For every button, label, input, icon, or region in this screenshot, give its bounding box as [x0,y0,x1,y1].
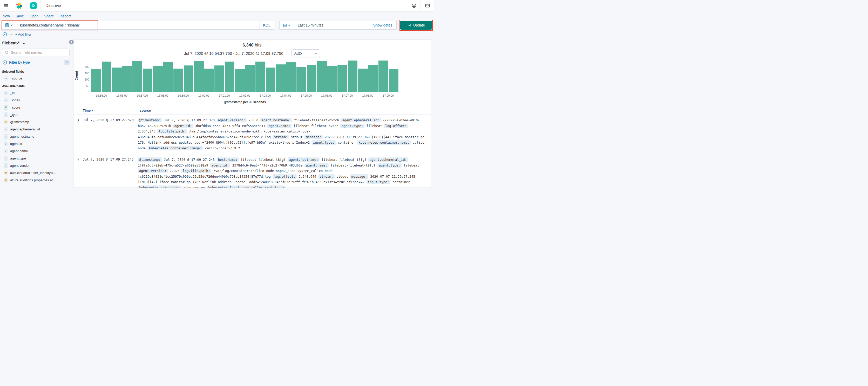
histogram-bar[interactable] [297,67,306,92]
number-field-icon: # [4,105,8,110]
histogram-bar[interactable] [143,68,153,92]
filter-icon[interactable] [3,32,7,37]
current-time-marker [399,60,399,92]
histogram-bar[interactable] [307,65,317,92]
source-field-value: filebeat-filebeat-bvzch [294,118,339,122]
histogram-bar[interactable] [122,66,132,92]
histogram-bar[interactable] [163,62,173,92]
histogram-bar[interactable] [286,62,296,92]
histogram-bar[interactable] [245,65,255,92]
field-item[interactable]: t agent.ephemeral_id [2,125,69,133]
histogram-bar[interactable] [225,62,235,92]
field-item[interactable]: t _type [2,111,69,118]
histogram-bars [91,60,398,92]
row-timestamp: Jul 7, 2020 @ 17:09:27.245 [83,157,138,188]
source-field-value: Jul 7, 2020 @ 17:09:27.245 [164,158,215,161]
nav-inspect[interactable]: Inspect [60,14,71,18]
histogram-bar[interactable] [317,61,327,92]
field-item[interactable]: @timestamp [2,118,69,125]
toolbar-region: New Save Open Share Inspect kubernetes.c… [0,11,434,39]
histogram-bar[interactable] [337,65,347,92]
text-field-icon: t [4,127,8,131]
text-field-icon: t [4,164,8,168]
search-field-names-input[interactable] [11,50,67,55]
hits-label: hits [255,42,261,48]
filter-icon [3,60,7,65]
x-tick-label: 16:56:00 [116,94,127,97]
source-field-key: input.type: [312,140,336,145]
row-source: @timestamp: Jul 7, 2020 @ 17:09:27.370 a… [138,117,431,151]
x-tick-label: 17:03:00 [260,94,271,97]
help-button[interactable] [407,0,421,11]
field-item[interactable]: </> _source [2,75,69,82]
row-source: @timestamp: Jul 7, 2020 @ 17:09:27.245 h… [138,157,431,188]
histogram-bar[interactable] [91,69,101,92]
time-column-header[interactable]: Time ▾ [73,109,138,113]
nav-save[interactable]: Save [16,14,24,18]
histogram-bar[interactable] [153,66,163,92]
histogram-bar[interactable] [389,69,399,92]
field-item[interactable]: aws.cloudtrail.user_identity.s... [2,169,69,176]
source-field-key: input.type: [367,180,391,184]
saved-query-menu-button[interactable] [2,21,16,29]
table-row: Jul 7, 2020 @ 17:09:27.370 @timestamp: J… [73,115,431,154]
histogram-bar[interactable] [348,61,358,92]
field-item[interactable]: t agent.hostname [2,133,69,140]
index-pattern-switcher[interactable]: filebeat-* [2,39,69,49]
source-field-key: @timestamp: [138,118,162,122]
time-range-display[interactable]: Last 15 minutes [294,21,373,29]
source-field-key: log.file.path: [157,129,187,133]
x-axis-title: @timestamp per 30 seconds [91,100,398,104]
filter-by-type-button[interactable]: Filter by type [9,60,62,64]
histogram-bar[interactable] [255,62,265,92]
collapse-sidebar-button[interactable] [69,40,74,44]
histogram-bar[interactable] [174,68,183,92]
histogram-bar[interactable] [327,66,337,92]
update-button[interactable]: Update [400,21,432,30]
x-tick-label: 16:57:00 [137,94,148,97]
field-item[interactable]: t agent.version [2,162,69,169]
app-icon-cell[interactable]: D [27,0,41,11]
source-field-value: Jul 7, 2020 @ 17:09:27.370 [164,118,215,122]
query-input[interactable]: kubernetes.container.name : "kibana" [16,21,259,29]
histogram-bar[interactable] [112,67,122,92]
field-item[interactable]: t agent.id [2,140,69,147]
newsfeed-button[interactable] [421,0,434,11]
histogram-bar[interactable] [204,68,214,92]
histogram-bar[interactable] [102,62,112,92]
histogram-bar[interactable] [266,67,276,92]
menu-button[interactable] [0,0,12,11]
histogram-bar[interactable] [378,61,388,92]
nav-new[interactable]: New [3,14,10,18]
field-item[interactable]: t _id [2,89,69,96]
field-item[interactable]: t _index [2,96,69,103]
source-code-icon: </> [4,76,8,81]
expand-row-button[interactable] [73,157,83,188]
histogram-bar[interactable] [235,69,245,92]
nav-share[interactable]: Share [44,14,54,18]
histogram-bar[interactable] [184,65,194,92]
nav-open[interactable]: Open [30,14,38,18]
x-tick-label: 16:55:00 [96,94,107,97]
y-axis-title: Count [75,65,79,86]
show-dates-button[interactable]: Show dates [373,21,396,29]
add-filter-button[interactable]: + Add filter [15,32,31,36]
histogram-bar[interactable] [194,61,204,92]
histogram-bar[interactable] [132,61,142,92]
query-language-button[interactable]: KQL [259,21,274,29]
quick-select-time-button[interactable] [280,21,294,29]
interval-select[interactable]: Auto [291,49,320,57]
histogram-bar[interactable] [214,65,224,92]
histogram-bar[interactable] [358,68,368,92]
text-field-icon: t [4,134,8,139]
source-field-key: agent.type: [377,163,402,168]
field-item[interactable]: azure.auditlogs.properties.ac... [2,176,69,184]
histogram-bar[interactable] [276,64,286,92]
field-item[interactable]: # _score [2,103,69,111]
field-item[interactable]: t agent.name [2,147,69,154]
x-axis-ticks: 16:55:0016:56:0016:57:0016:58:0016:59:00… [91,94,398,98]
histogram-bar[interactable] [368,65,378,92]
expand-row-button[interactable] [73,117,83,151]
field-item[interactable]: t agent.type [2,154,69,162]
home-button[interactable] [12,0,27,11]
